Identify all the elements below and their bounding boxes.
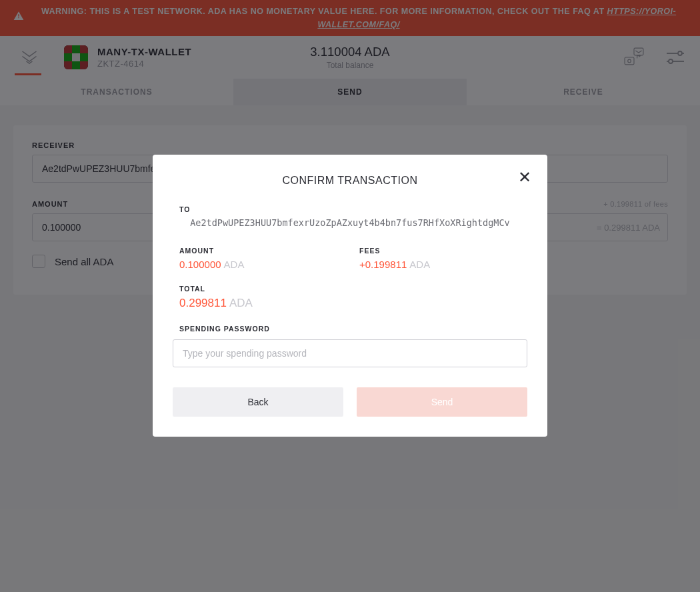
modal-amount-label: AMOUNT bbox=[179, 247, 347, 255]
spending-password-input[interactable] bbox=[173, 339, 527, 367]
close-icon[interactable]: ✕ bbox=[518, 169, 531, 185]
modal-to-label: TO bbox=[173, 205, 527, 213]
modal-fees-label: FEES bbox=[359, 247, 527, 255]
modal-amount-value: 0.100000ADA bbox=[179, 259, 347, 270]
send-button[interactable]: Send bbox=[357, 387, 527, 417]
modal-overlay[interactable]: CONFIRM TRANSACTION ✕ TO Ae2tdPwUPEZ3HUU… bbox=[0, 0, 700, 592]
modal-total-value: 0.299811ADA bbox=[179, 297, 527, 310]
modal-total-label: TOTAL bbox=[179, 285, 527, 293]
spending-password-label: SPENDING PASSWORD bbox=[173, 325, 527, 333]
modal-title: CONFIRM TRANSACTION bbox=[173, 175, 527, 187]
back-button[interactable]: Back bbox=[173, 387, 343, 417]
confirm-transaction-modal: CONFIRM TRANSACTION ✕ TO Ae2tdPwUPEZ3HUU… bbox=[153, 155, 547, 437]
modal-fees-value: +0.199811ADA bbox=[359, 259, 527, 270]
modal-to-address: Ae2tdPwUPEZ3HUU7bmfexrUzoZpAZxuyt4b4bn7f… bbox=[173, 217, 527, 228]
